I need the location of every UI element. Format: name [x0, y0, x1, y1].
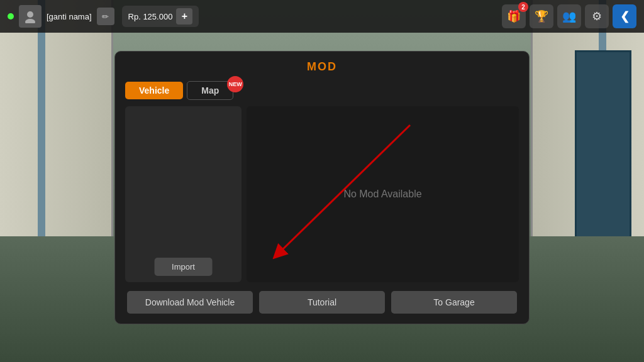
tutorial-button[interactable]: Tutorial — [259, 291, 385, 314]
import-button[interactable]: Import — [154, 258, 213, 276]
download-mod-vehicle-button[interactable]: Download Mod Vehicle — [127, 291, 253, 314]
tab-vehicle[interactable]: Vehicle — [125, 82, 183, 99]
mod-list-panel: Import — [125, 106, 242, 282]
modal-tabs: Vehicle Map NEW — [115, 81, 529, 106]
modal-footer: Download Mod Vehicle Tutorial To Garage — [115, 282, 529, 314]
new-badge: NEW — [227, 76, 243, 92]
mod-modal: MOD Vehicle Map NEW Import No Mod Availa… — [114, 51, 530, 324]
mod-content-panel: No Mod Available — [247, 106, 519, 282]
modal-content: Import No Mod Available — [115, 106, 529, 282]
tab-map-wrapper: Map NEW — [187, 81, 233, 100]
modal-overlay: MOD Vehicle Map NEW Import No Mod Availa… — [0, 0, 644, 362]
no-mod-label: No Mod Available — [343, 189, 421, 200]
tab-map[interactable]: Map — [187, 81, 233, 100]
modal-title: MOD — [115, 52, 529, 81]
to-garage-button[interactable]: To Garage — [391, 291, 517, 314]
